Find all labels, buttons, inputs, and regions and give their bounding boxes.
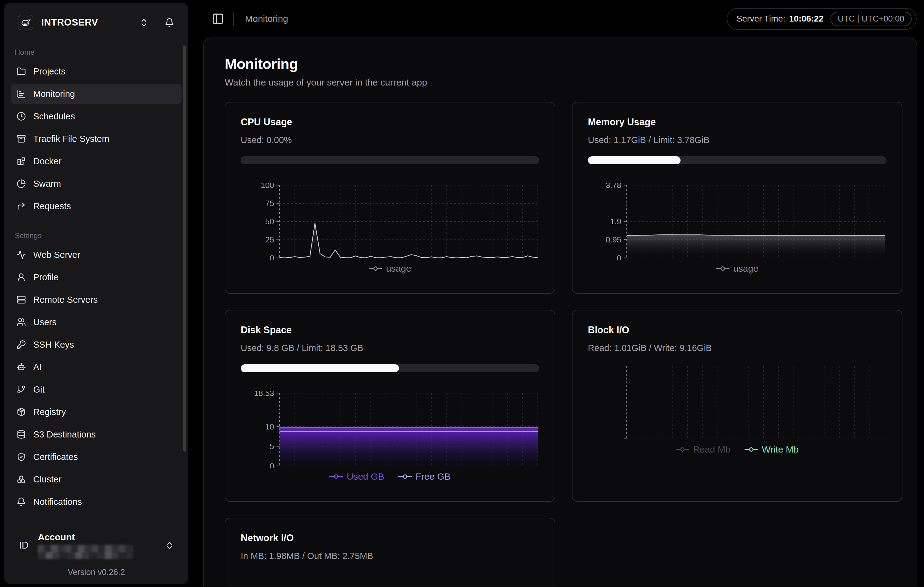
database-icon <box>16 430 26 439</box>
chevrons-up-down-icon <box>139 18 148 27</box>
legend-item-usage[interactable]: usage <box>369 263 411 274</box>
cpu-legend: usage <box>241 263 539 274</box>
card-title: CPU Usage <box>241 117 539 128</box>
breadcrumb[interactable]: Monitoring <box>245 13 288 24</box>
chevrons-up-down-icon <box>165 541 174 550</box>
legend-label: usage <box>386 263 411 274</box>
legend-item-read-mb[interactable]: Read Mb <box>676 444 730 455</box>
legend-item-used-gb[interactable]: Used GB <box>329 471 384 482</box>
sidebar-section-label: Home <box>15 48 182 57</box>
sidebar-item-notifications[interactable]: Notifications <box>11 492 182 512</box>
sidebar-item-label: Users <box>33 317 57 327</box>
svg-text:10: 10 <box>265 422 274 431</box>
svg-text:1.9: 1.9 <box>610 217 621 226</box>
sidebar-item-git[interactable]: Git <box>11 380 182 399</box>
page-title: Monitoring <box>225 55 903 72</box>
memory-chart: 00.951.93.78usage <box>588 183 886 274</box>
shield-check-icon <box>16 452 26 462</box>
svg-text:0: 0 <box>270 462 274 468</box>
sidebar-nav: HomeProjectsMonitoringSchedulesTraefik F… <box>4 30 188 512</box>
sidebar: INTROSERV HomeProjectsMonitoringSchedule… <box>4 3 188 584</box>
sidebar-toggle-button[interactable] <box>212 13 224 25</box>
sidebar-item-certificates[interactable]: Certificates <box>11 447 182 467</box>
legend-line-icon <box>369 266 382 271</box>
sidebar-item-label: Swarm <box>33 179 61 189</box>
legend-item-free-gb[interactable]: Free GB <box>398 471 450 482</box>
page-subtitle: Watch the usage of your server in the cu… <box>225 77 903 88</box>
svg-text:5: 5 <box>270 442 274 451</box>
card-stats: Read: 1.01GiB / Write: 9.16GiB <box>588 343 886 353</box>
sidebar-item-cluster[interactable]: Cluster <box>11 470 182 489</box>
account-switcher-button[interactable] <box>165 541 174 550</box>
activity-icon <box>16 250 26 259</box>
legend-label: usage <box>733 263 758 274</box>
svg-text:3.78: 3.78 <box>606 183 622 190</box>
svg-text:50: 50 <box>265 217 274 226</box>
account-avatar: ID <box>19 540 29 551</box>
package-icon <box>16 407 26 417</box>
sidebar-item-registry[interactable]: Registry <box>11 402 182 422</box>
git-branch-icon <box>16 385 26 394</box>
bell-icon <box>16 497 26 506</box>
account-label: Account <box>38 532 133 542</box>
svg-text:0.95: 0.95 <box>606 235 622 244</box>
card-stats: Used: 9.8 GB / Limit: 18.53 GB <box>241 343 539 353</box>
legend-line-icon <box>398 474 412 479</box>
legend-item-usage[interactable]: usage <box>716 263 758 274</box>
disk-chart: 051018.53Used GBFree GB <box>241 391 539 482</box>
svg-text:75: 75 <box>265 199 274 208</box>
block-io-chart: Read MbWrite Mb <box>588 364 886 455</box>
sidebar-header: INTROSERV <box>4 3 188 30</box>
bell-icon <box>165 18 174 27</box>
sidebar-item-ssh-keys[interactable]: SSH Keys <box>11 335 182 355</box>
sidebar-item-projects[interactable]: Projects <box>11 61 182 81</box>
version-label: Version v0.26.2 <box>4 567 188 577</box>
sidebar-item-label: Monitoring <box>33 89 75 99</box>
sidebar-item-label: Certificates <box>33 452 78 462</box>
legend-item-write-mb[interactable]: Write Mb <box>744 444 799 455</box>
sidebar-item-label: Profile <box>33 272 58 282</box>
sidebar-item-requests[interactable]: Requests <box>11 196 182 216</box>
sidebar-item-profile[interactable]: Profile <box>11 267 182 287</box>
legend-line-icon <box>676 447 689 452</box>
legend-label: Read Mb <box>693 444 730 455</box>
chart-bar-icon <box>16 89 26 99</box>
notifications-bell-button[interactable] <box>165 18 174 27</box>
users-icon <box>16 318 26 327</box>
sidebar-scrollbar[interactable] <box>183 46 186 452</box>
sidebar-item-docker[interactable]: Docker <box>11 152 182 171</box>
server-time-pill: Server Time: 10:06:22 UTC | UTC+00:00 <box>727 8 917 30</box>
sidebar-item-monitoring[interactable]: Monitoring <box>11 84 182 104</box>
sidebar-item-label: AI <box>33 362 41 372</box>
sidebar-item-swarm[interactable]: Swarm <box>11 174 182 193</box>
sidebar-item-web-server[interactable]: Web Server <box>11 245 182 265</box>
corner-up-right-icon <box>16 201 26 211</box>
blockio-legend: Read MbWrite Mb <box>588 444 886 455</box>
card-title: Network I/O <box>241 533 539 544</box>
workspace-logo-button[interactable] <box>18 15 33 30</box>
sidebar-item-remote-servers[interactable]: Remote Servers <box>11 290 182 310</box>
sidebar-item-traefik-file-system[interactable]: Traefik File System <box>11 129 182 148</box>
network-io-card: Network I/O In MB: 1.98MB / Out MB: 2.75… <box>225 518 555 587</box>
panel-left-icon <box>212 13 224 25</box>
card-stats: Used: 1.17GiB / Limit: 3.78GiB <box>588 135 886 145</box>
sidebar-item-users[interactable]: Users <box>11 312 182 332</box>
svg-text:0: 0 <box>270 254 274 261</box>
sidebar-item-schedules[interactable]: Schedules <box>11 106 182 126</box>
whale-logo-icon <box>20 17 31 28</box>
blocks-icon <box>16 157 26 166</box>
sidebar-item-ai[interactable]: AI <box>11 357 182 377</box>
account-menu[interactable]: ID Account <box>4 532 188 559</box>
sidebar-footer: ID Account Version v0.26.2 <box>4 532 188 577</box>
disk-progress-fill <box>241 364 399 372</box>
sidebar-item-label: Requests <box>33 201 71 211</box>
card-stats: Used: 0.00% <box>241 135 539 145</box>
sidebar-item-label: Git <box>33 384 45 395</box>
legend-line-icon <box>716 266 729 271</box>
memory-progress-bar <box>588 156 886 164</box>
workspace-switcher-button[interactable] <box>139 18 148 27</box>
sidebar-item-label: Projects <box>33 66 66 77</box>
sidebar-item-label: Registry <box>33 407 66 417</box>
sidebar-item-label: Web Server <box>33 250 80 260</box>
sidebar-item-s3-destinations[interactable]: S3 Destinations <box>11 425 182 444</box>
